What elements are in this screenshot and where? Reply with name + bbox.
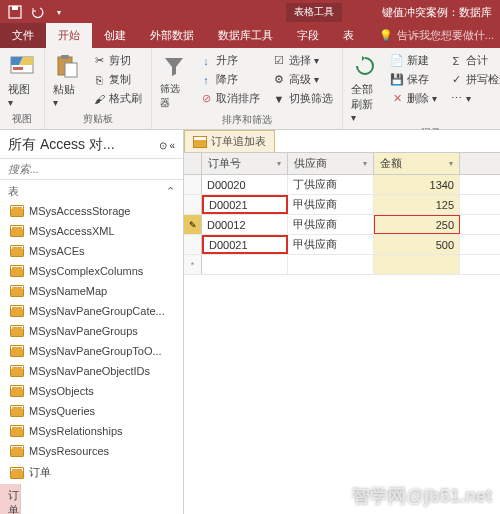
cell[interactable]	[374, 255, 460, 274]
cell[interactable]: 500	[374, 235, 460, 254]
table-row-active[interactable]: ✎ D00012 甲供应商 250	[184, 215, 500, 235]
nav-header[interactable]: 所有 Access 对... ⊙ «	[0, 130, 183, 158]
datasheet: 订单号▾ 供应商▾ 金额▾ D00020 丁供应商 1340 D00021 甲供…	[184, 153, 500, 514]
advanced-button[interactable]: ⚙高级 ▾	[269, 71, 336, 88]
cut-button[interactable]: ✂剪切	[89, 52, 145, 69]
nav-section-tables[interactable]: 表⌃	[0, 180, 183, 201]
nav-item[interactable]: MSysNavPaneGroupCate...	[0, 301, 183, 321]
cell[interactable]	[202, 255, 288, 274]
nav-item[interactable]: MSysNavPaneGroupToO...	[0, 341, 183, 361]
sort-desc-button[interactable]: ↑降序	[196, 71, 263, 88]
filter-button[interactable]: 筛选器	[156, 50, 192, 112]
tab-create[interactable]: 创建	[92, 23, 138, 48]
nav-item[interactable]: MSysQueries	[0, 401, 183, 421]
select-all[interactable]	[184, 153, 202, 174]
nav-item[interactable]: MSysNavPaneObjectIDs	[0, 361, 183, 381]
cell[interactable]: D00020	[202, 175, 288, 194]
table-icon	[10, 245, 24, 257]
tell-me[interactable]: 💡告诉我您想要做什...	[373, 23, 500, 48]
tab-home[interactable]: 开始	[46, 23, 92, 48]
refresh-all-button[interactable]: 全部刷新 ▾	[347, 50, 383, 125]
undo-icon[interactable]	[27, 2, 47, 22]
document-tab[interactable]: 订单追加表	[184, 130, 275, 152]
document-area: 订单追加表 订单号▾ 供应商▾ 金额▾ D00020 丁供应商 1340 D00…	[184, 130, 500, 514]
search-input[interactable]	[6, 161, 177, 177]
save-record-button[interactable]: 💾保存	[387, 71, 440, 88]
nav-item[interactable]: MSysComplexColumns	[0, 261, 183, 281]
spelling-button[interactable]: ✓拼写检查	[446, 71, 500, 88]
group-clipboard: 剪贴板	[49, 111, 147, 127]
clear-sort-button[interactable]: ⊘取消排序	[196, 90, 263, 107]
cell[interactable]: D00012	[202, 215, 288, 234]
cell-editing[interactable]: 250	[374, 215, 460, 234]
table-icon	[10, 265, 24, 277]
nav-search	[0, 158, 183, 180]
cell[interactable]: 甲供应商	[288, 235, 374, 254]
row-selector[interactable]	[184, 235, 202, 254]
table-row[interactable]: D00020 丁供应商 1340	[184, 175, 500, 195]
table-row-new[interactable]: *	[184, 255, 500, 275]
new-icon: 📄	[390, 54, 404, 68]
document-tabs: 订单追加表	[184, 130, 500, 153]
nav-item[interactable]: MSysAccessXML	[0, 221, 183, 241]
format-painter-button[interactable]: 🖌格式刷	[89, 90, 145, 107]
cell[interactable]	[288, 255, 374, 274]
more-button[interactable]: ⋯▾	[446, 90, 500, 106]
tab-external-data[interactable]: 外部数据	[138, 23, 206, 48]
nav-item[interactable]: MSysObjects	[0, 381, 183, 401]
cell-highlighted[interactable]: D00021	[202, 195, 288, 214]
nav-item[interactable]: MSysAccessStorage	[0, 201, 183, 221]
nav-item[interactable]: MSysRelationships	[0, 421, 183, 441]
toggle-filter-button[interactable]: ▼切换筛选	[269, 90, 336, 107]
cell[interactable]: 1340	[374, 175, 460, 194]
cell[interactable]: 丁供应商	[288, 175, 374, 194]
paste-button[interactable]: 粘贴 ▾	[49, 50, 85, 110]
nav-item[interactable]: 订单	[0, 461, 183, 484]
dropdown-icon[interactable]: ▾	[277, 159, 281, 168]
watermark: 智学网@jb51.net	[352, 484, 492, 508]
clear-sort-icon: ⊘	[199, 92, 213, 106]
totals-button[interactable]: Σ合计	[446, 52, 500, 69]
tab-fields[interactable]: 字段	[285, 23, 331, 48]
col-order-id[interactable]: 订单号▾	[202, 153, 288, 174]
selection-button[interactable]: ☑选择 ▾	[269, 52, 336, 69]
cell[interactable]: 甲供应商	[288, 215, 374, 234]
sort-asc-button[interactable]: ↓升序	[196, 52, 263, 69]
copy-button[interactable]: ⎘复制	[89, 71, 145, 88]
tab-table[interactable]: 表	[331, 23, 366, 48]
nav-item[interactable]: MSysNameMap	[0, 281, 183, 301]
row-selector-new[interactable]: *	[184, 255, 202, 274]
delete-button[interactable]: ✕删除 ▾	[387, 90, 440, 107]
col-amount[interactable]: 金额▾	[374, 153, 460, 174]
workspace: 所有 Access 对... ⊙ « 表⌃ MSysAccessStorage …	[0, 130, 500, 514]
dropdown-icon[interactable]: ▾	[363, 159, 367, 168]
row-selector[interactable]	[184, 195, 202, 214]
toggle-filter-icon: ▼	[272, 92, 286, 106]
cell-highlighted[interactable]: D00021	[202, 235, 288, 254]
cell[interactable]: 甲供应商	[288, 195, 374, 214]
nav-item[interactable]: MSysACEs	[0, 241, 183, 261]
row-selector-edit[interactable]: ✎	[184, 215, 202, 234]
cell[interactable]: 125	[374, 195, 460, 214]
save-icon[interactable]	[5, 2, 25, 22]
window-title: 键值冲突案例：数据库	[382, 3, 492, 22]
view-button[interactable]: 视图 ▾	[4, 50, 40, 110]
nav-item[interactable]: MSysResources	[0, 441, 183, 461]
col-supplier[interactable]: 供应商▾	[288, 153, 374, 174]
row-selector[interactable]	[184, 175, 202, 194]
qat-dropdown-icon[interactable]: ▾	[49, 2, 69, 22]
table-icon	[10, 445, 24, 457]
table-icon	[10, 365, 24, 377]
table-row[interactable]: D00021 甲供应商 500	[184, 235, 500, 255]
table-icon	[193, 136, 207, 148]
tab-database-tools[interactable]: 数据库工具	[206, 23, 285, 48]
nav-item-selected[interactable]: 订单追加表	[0, 484, 21, 514]
tab-file[interactable]: 文件	[0, 23, 46, 48]
table-row[interactable]: D00021 甲供应商 125	[184, 195, 500, 215]
nav-item[interactable]: MSysNavPaneGroups	[0, 321, 183, 341]
group-sort-filter: 排序和筛选	[156, 112, 338, 128]
new-record-button[interactable]: 📄新建	[387, 52, 440, 69]
chevron-down-icon[interactable]: ⊙ «	[159, 140, 175, 151]
table-icon	[10, 285, 24, 297]
dropdown-icon[interactable]: ▾	[449, 159, 453, 168]
